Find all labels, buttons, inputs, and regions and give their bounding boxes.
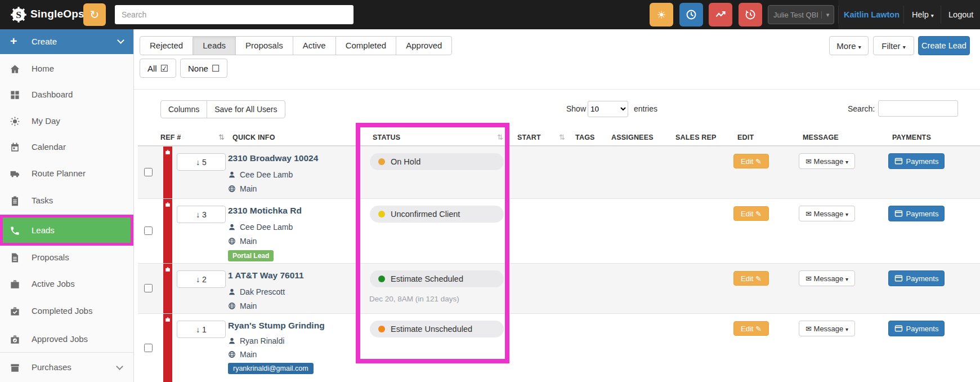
status-pill[interactable]: Estimate Scheduled: [370, 270, 504, 287]
global-search-input[interactable]: [115, 5, 353, 24]
account-selector[interactable]: Julie Test QBI ▾: [768, 5, 834, 24]
lead-title-link[interactable]: 2310 Broadway 10024: [228, 153, 318, 163]
sort-icon[interactable]: ⇅: [559, 133, 565, 141]
help-menu[interactable]: Help ▾: [912, 0, 934, 29]
status-pill[interactable]: On Hold: [370, 153, 504, 170]
tab-approved[interactable]: Approved: [396, 36, 452, 55]
sidebar-item-leads[interactable]: Leads: [0, 217, 131, 243]
sidebar-item-my-day[interactable]: My Day: [0, 108, 133, 134]
sidebar-item-dashboard[interactable]: Dashboard: [0, 82, 133, 108]
envelope-icon: ✉: [806, 325, 812, 333]
filter-menu-button[interactable]: Filter ▾: [873, 36, 914, 55]
create-lead-button[interactable]: Create Lead: [918, 36, 970, 55]
pencil-icon: ✎: [755, 157, 762, 166]
clock-icon: [686, 9, 697, 20]
header-payments: PAYMENTS: [892, 134, 931, 141]
header-status[interactable]: STATUS: [373, 134, 400, 141]
caret-down-icon: ▾: [931, 12, 934, 19]
edit-button[interactable]: Edit ✎: [733, 271, 769, 286]
payments-button[interactable]: Payments: [888, 206, 945, 221]
portal-lead-badge: Portal Lead: [228, 250, 274, 261]
row-checkbox[interactable]: [144, 226, 153, 235]
caret-down-icon: ▾: [858, 44, 861, 50]
sun-icon: [10, 116, 20, 127]
header-edit: EDIT: [737, 134, 754, 141]
sidebar-item-calendar[interactable]: Calendar: [0, 134, 133, 160]
person-icon: [228, 337, 236, 345]
create-menu[interactable]: + Create: [0, 29, 133, 54]
history-icon: [745, 9, 756, 20]
current-user-link[interactable]: Kaitlin Lawton: [844, 0, 900, 29]
sidebar-item-route-planner[interactable]: Route Planner: [0, 161, 133, 186]
payments-button[interactable]: Payments: [888, 270, 945, 286]
status-pill[interactable]: Unconfirmed Client: [370, 206, 504, 223]
select-all-button[interactable]: All ☑: [140, 59, 176, 78]
history-button[interactable]: [739, 3, 762, 26]
columns-button[interactable]: Columns: [160, 100, 207, 118]
edit-button[interactable]: Edit ✎: [733, 206, 769, 221]
logout-link[interactable]: Logout: [948, 0, 973, 29]
sidebar-item-home[interactable]: Home: [0, 56, 133, 82]
save-for-all-users-button[interactable]: Save for All Users: [207, 100, 285, 118]
sort-icon[interactable]: ⇅: [218, 133, 225, 141]
refresh-button[interactable]: ↻: [83, 3, 106, 26]
globe-icon: [228, 185, 236, 193]
day-view-button[interactable]: ☀: [650, 3, 673, 26]
edit-button[interactable]: Edit ✎: [733, 321, 769, 336]
row-checkbox[interactable]: [144, 284, 153, 292]
ref-number-button[interactable]: ↓ 3: [177, 206, 226, 223]
pencil-icon: ✎: [755, 274, 762, 283]
reports-button[interactable]: [709, 3, 732, 26]
svg-text:S: S: [16, 9, 21, 20]
edit-button[interactable]: Edit ✎: [733, 154, 769, 168]
globe-icon: [228, 350, 236, 358]
ref-number-button[interactable]: ↓ 2: [177, 270, 226, 288]
ref-number-button[interactable]: ↓ 5: [177, 153, 226, 171]
location-line: Main: [228, 237, 257, 246]
briefcase-icon: [10, 279, 20, 290]
tab-completed[interactable]: Completed: [335, 36, 397, 55]
sort-icon[interactable]: ⇅: [497, 133, 503, 141]
tab-proposals[interactable]: Proposals: [235, 36, 293, 55]
time-clock-button[interactable]: [679, 3, 703, 26]
message-button[interactable]: ✉ Message ▾: [799, 206, 855, 221]
sidebar-item-proposals[interactable]: Proposals: [0, 245, 133, 270]
row-checkbox[interactable]: [144, 344, 153, 352]
location-line: Main: [228, 350, 257, 359]
more-menu-button[interactable]: More ▾: [829, 36, 869, 55]
lead-title-link[interactable]: Ryan's Stump Grinding: [228, 321, 325, 331]
row-checkbox[interactable]: [144, 168, 153, 176]
lead-title-link[interactable]: 1 AT&T Way 76011: [228, 270, 304, 281]
payments-button[interactable]: Payments: [888, 321, 945, 336]
status-pill[interactable]: Estimate Unscheduled: [370, 321, 504, 337]
archive-box-icon: [10, 362, 20, 373]
caret-down-icon: ▾: [845, 276, 848, 282]
select-none-button[interactable]: None ☐: [180, 59, 227, 78]
header-ref[interactable]: REF #: [160, 134, 181, 141]
payments-button[interactable]: Payments: [888, 153, 945, 169]
table-search-input[interactable]: [878, 100, 958, 117]
tab-rejected[interactable]: Rejected: [140, 36, 193, 55]
status-dot: [378, 276, 385, 282]
brand-name: SingleOps: [30, 8, 84, 20]
envelope-icon: ✉: [806, 274, 812, 283]
header-sales-rep: SALES REP: [675, 134, 717, 141]
caret-down-icon: ▾: [845, 326, 848, 332]
lead-title-link[interactable]: 2310 Motichka Rd: [228, 206, 302, 216]
message-button[interactable]: ✉ Message ▾: [799, 270, 855, 286]
message-button[interactable]: ✉ Message ▾: [799, 153, 855, 169]
credit-card-icon: [894, 158, 903, 165]
sidebar-item-approved-jobs[interactable]: Approved Jobs: [0, 326, 133, 352]
ref-number-button[interactable]: ↓ 1: [177, 321, 226, 338]
header-start[interactable]: START: [517, 134, 541, 141]
page-size-select[interactable]: 10: [588, 101, 628, 117]
tab-leads[interactable]: Leads: [193, 36, 236, 55]
sidebar-item-purchases[interactable]: Purchases: [0, 354, 133, 380]
sidebar-item-tasks[interactable]: Tasks: [0, 188, 133, 214]
briefcase-icon: [165, 202, 171, 207]
sidebar-item-completed-jobs[interactable]: Completed Jobs: [0, 298, 133, 324]
sidebar-item-active-jobs[interactable]: Active Jobs: [0, 271, 133, 297]
message-button[interactable]: ✉ Message ▾: [799, 321, 855, 336]
tab-active[interactable]: Active: [293, 36, 336, 55]
chevron-down-icon: ▾: [903, 44, 906, 50]
